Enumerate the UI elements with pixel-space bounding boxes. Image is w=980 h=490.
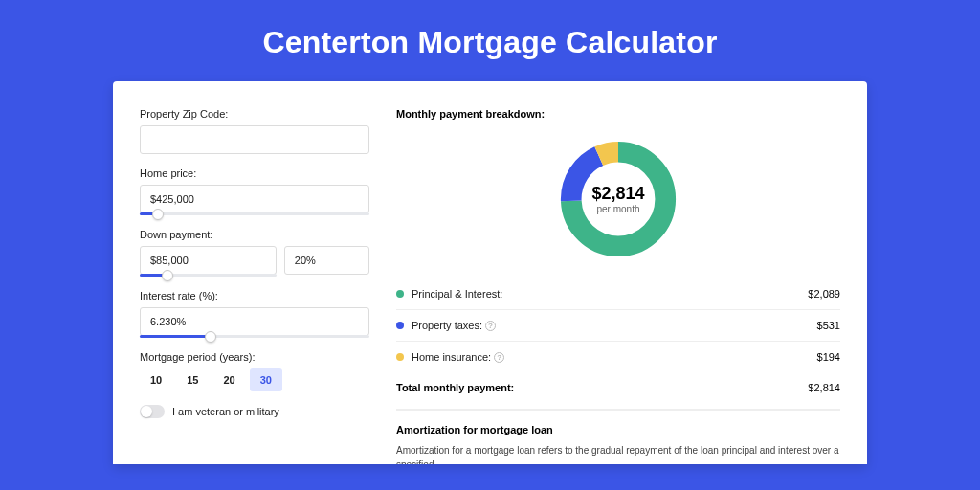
legend: Principal & Interest:$2,089Property taxe… [396,278,840,372]
legend-value: $194 [817,351,840,363]
legend-label: Property taxes: [412,320,482,331]
legend-dot [396,353,404,361]
inputs-column: Property Zip Code: Home price: Down paym… [140,108,369,464]
interest-rate-input[interactable] [140,307,369,336]
toggle-knob [141,406,152,417]
info-icon[interactable]: ? [494,352,504,363]
donut-chart: $2,814 per month [556,137,680,261]
down-percent-input[interactable] [284,246,369,275]
period-label: Mortgage period (years): [140,351,369,363]
zip-label: Property Zip Code: [140,108,369,120]
zip-input[interactable] [140,125,369,154]
down-payment-label: Down payment: [140,229,369,240]
period-button-30[interactable]: 30 [250,368,282,391]
legend-dot [396,322,404,329]
down-amount-input[interactable] [140,246,277,275]
amortization-section: Amortization for mortgage loan Amortizat… [396,409,840,464]
donut-amount: $2,814 [591,184,644,204]
page-title: Centerton Mortgage Calculator [0,0,980,81]
legend-dot [396,290,404,298]
donut-center: $2,814 per month [556,137,680,261]
home-price-field: Home price: [140,167,369,215]
zip-field: Property Zip Code: [140,108,369,154]
amortization-text: Amortization for a mortgage loan refers … [396,443,840,464]
donut-sublabel: per month [596,204,639,214]
legend-label: Home insurance: [412,351,491,363]
legend-row: Home insurance:?$194 [396,342,840,372]
period-button-20[interactable]: 20 [213,368,246,391]
total-label: Total monthly payment: [396,382,514,393]
period-field: Mortgage period (years): 10152030 [140,351,369,391]
total-row: Total monthly payment: $2,814 [396,372,840,407]
donut-container: $2,814 per month [396,129,840,278]
legend-label: Principal & Interest: [412,288,502,300]
home-price-input[interactable] [140,185,369,213]
period-button-15[interactable]: 15 [176,368,209,391]
legend-row: Property taxes:?$531 [396,310,840,342]
down-payment-field: Down payment: [140,229,369,277]
breakdown-heading: Monthly payment breakdown: [396,108,840,120]
calculator-card: Property Zip Code: Home price: Down paym… [113,81,867,464]
legend-value: $531 [817,320,840,331]
veteran-toggle[interactable] [140,405,165,418]
veteran-row: I am veteran or military [140,405,369,418]
info-icon[interactable]: ? [485,321,496,331]
veteran-label: I am veteran or military [172,406,279,417]
down-payment-slider[interactable] [140,274,277,277]
period-button-10[interactable]: 10 [140,368,172,391]
interest-rate-field: Interest rate (%): [140,290,369,338]
legend-row: Principal & Interest:$2,089 [396,278,840,310]
period-button-group: 10152030 [140,368,369,391]
home-price-label: Home price: [140,167,369,179]
interest-rate-label: Interest rate (%): [140,290,369,301]
amortization-heading: Amortization for mortgage loan [396,424,840,435]
interest-rate-slider[interactable] [140,335,369,338]
total-value: $2,814 [808,382,840,393]
breakdown-column: Monthly payment breakdown: $2,814 per mo… [396,108,840,464]
home-price-slider[interactable] [140,212,369,215]
legend-value: $2,089 [808,288,840,300]
